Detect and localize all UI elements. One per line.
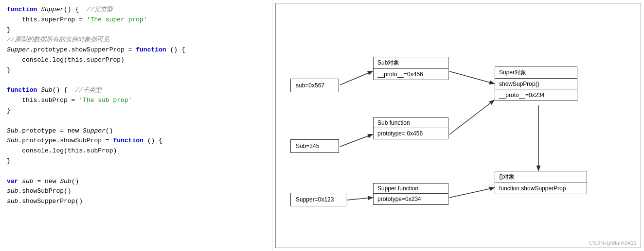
- code-line: [7, 167, 265, 177]
- super-obj-row1: __proto__=0x234: [495, 90, 577, 100]
- sub-345-box: Sub=345: [290, 139, 339, 153]
- code-line: console.log(this.superProp): [7, 55, 265, 66]
- svg-line-1: [340, 134, 372, 147]
- code-line: [7, 116, 265, 126]
- code-line: console.log(this.subProp): [7, 146, 265, 156]
- diagram-panel: sub=0x567 Sub=345 Supper=0x123 Sub对象 __p…: [275, 3, 641, 248]
- code-line: Supper.prototype.showSupperProp = functi…: [7, 45, 265, 55]
- sub-fn-title: Sub function: [374, 118, 448, 128]
- sub-obj-row0: __proto__=0x456: [374, 69, 448, 80]
- empty-obj-row0: function showSupperProp: [495, 183, 587, 194]
- sub-var-box: sub=0x567: [290, 79, 339, 92]
- arrow-layer: [276, 3, 641, 248]
- supper-fn-title: Supper function: [374, 184, 448, 194]
- sub-fn-row0: prototype= 0x456: [374, 128, 448, 139]
- code-line: sub.showSubProp(): [7, 186, 265, 197]
- code-line: [7, 76, 265, 86]
- svg-line-0: [340, 71, 372, 85]
- code-line: Sub.prototype.showSubProp = function () …: [7, 136, 265, 146]
- svg-line-3: [449, 71, 494, 84]
- code-line: this.superProp = 'The super prop': [7, 15, 265, 25]
- code-line: function Supper() { //父类型: [7, 5, 265, 15]
- code-line: sub.showSupperProp(): [7, 197, 265, 207]
- code-panel: function Supper() { //父类型 this.superProp…: [0, 0, 272, 251]
- code-line: //原型的数据所有的实例对象都可见: [7, 35, 265, 45]
- code-line: }: [7, 25, 265, 35]
- supper-123-box: Supper=0x123: [290, 193, 346, 206]
- code-line: }: [7, 66, 265, 76]
- code-line: var sub = new Sub(): [7, 177, 265, 187]
- code-line: Sub.prototype = new Supper(): [7, 126, 265, 136]
- empty-obj-box: {}对象 function showSupperProp: [495, 171, 587, 194]
- watermark: CSDN-@Blank0411: [589, 240, 637, 246]
- super-obj-box: Super对象 showSupProp() __proto__=0x234: [495, 67, 577, 101]
- super-obj-title: Super对象: [495, 67, 577, 79]
- super-obj-row0: showSupProp(): [495, 79, 577, 90]
- code-line: }: [7, 106, 265, 116]
- supper-fn-row0: prototype=0x234: [374, 194, 448, 204]
- svg-line-5: [449, 188, 494, 198]
- svg-line-4: [449, 100, 494, 134]
- sub-obj-box: Sub对象 __proto__=0x456: [373, 57, 448, 80]
- sub-fn-box: Sub function prototype= 0x456: [373, 117, 448, 139]
- supper-fn-box: Supper function prototype=0x234: [373, 183, 448, 205]
- svg-line-2: [347, 198, 372, 200]
- code-line: function Sub() { //子类型: [7, 85, 265, 96]
- code-line: this.subProp = 'The sub prop': [7, 96, 265, 106]
- code-line: }: [7, 156, 265, 167]
- sub-obj-title: Sub对象: [374, 57, 448, 69]
- empty-obj-title: {}对象: [495, 171, 587, 183]
